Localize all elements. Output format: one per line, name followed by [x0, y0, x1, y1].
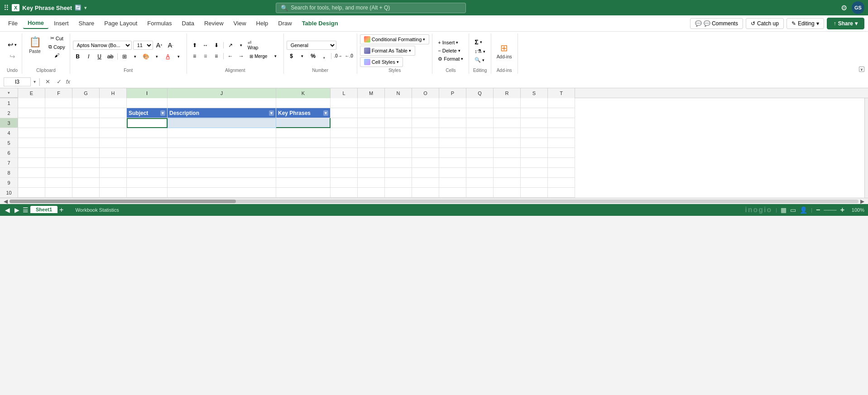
cell-g9[interactable]: [72, 178, 100, 188]
increase-indent-button[interactable]: →: [236, 51, 246, 61]
expand-ribbon-button[interactable]: ∨: [859, 67, 864, 72]
cell-h10[interactable]: [100, 188, 127, 198]
zoom-in-button[interactable]: +: [840, 206, 844, 214]
border-dropdown[interactable]: ▾: [130, 52, 140, 62]
horizontal-scrollbar[interactable]: ◀ ▶: [0, 198, 868, 204]
cell-r4[interactable]: [494, 128, 521, 138]
insert-button[interactable]: + Insert ▾: [435, 39, 461, 46]
cell-f10[interactable]: [45, 188, 72, 198]
cell-s7[interactable]: [521, 158, 548, 168]
cell-j9[interactable]: [168, 178, 276, 188]
scroll-left-button[interactable]: ◀: [2, 198, 10, 205]
search-box[interactable]: 🔍 Search for tools, help, and more (Alt …: [276, 3, 466, 13]
align-right-button[interactable]: ≡: [211, 51, 221, 61]
cell-t10[interactable]: [548, 188, 575, 198]
cell-t2[interactable]: [548, 108, 575, 118]
cell-o4[interactable]: [412, 128, 439, 138]
decrease-indent-button[interactable]: ←: [225, 51, 235, 61]
scrollbar-track[interactable]: [10, 200, 858, 203]
cell-k7[interactable]: [276, 158, 331, 168]
row-num-4[interactable]: 4: [0, 128, 18, 138]
cell-k10[interactable]: [276, 188, 331, 198]
cell-i10[interactable]: [127, 188, 168, 198]
cell-j2-description[interactable]: Description ▾: [168, 108, 276, 118]
cell-n6[interactable]: [385, 148, 412, 158]
cell-s8[interactable]: [521, 168, 548, 178]
cell-k8[interactable]: [276, 168, 331, 178]
cell-o7[interactable]: [412, 158, 439, 168]
cell-o1[interactable]: [412, 98, 439, 108]
cell-n7[interactable]: [385, 158, 412, 168]
cell-n3[interactable]: [385, 118, 412, 128]
cell-o10[interactable]: [412, 188, 439, 198]
font-name-select[interactable]: Aptos Narrow (Bo...: [73, 41, 132, 50]
sheet-tab-sheet1[interactable]: Sheet1: [30, 206, 58, 214]
row-num-3[interactable]: 3: [0, 118, 18, 128]
cell-h8[interactable]: [100, 168, 127, 178]
keyphrases-filter-arrow[interactable]: ▾: [323, 110, 328, 116]
row-num-5[interactable]: 5: [0, 138, 18, 148]
grid-container[interactable]: 1 2: [0, 98, 868, 198]
font-size-select[interactable]: 11: [133, 41, 153, 50]
cell-j8[interactable]: [168, 168, 276, 178]
col-header-q[interactable]: Q: [466, 88, 494, 98]
cell-f7[interactable]: [45, 158, 72, 168]
zoom-slider[interactable]: ────: [824, 208, 836, 213]
cell-r1[interactable]: [494, 98, 521, 108]
cell-q5[interactable]: [466, 138, 494, 148]
cell-l9[interactable]: [331, 178, 358, 188]
strikethrough-button[interactable]: ab: [106, 52, 115, 62]
cell-n4[interactable]: [385, 128, 412, 138]
orientation-button[interactable]: ↗: [225, 40, 235, 50]
cell-m2[interactable]: [358, 108, 385, 118]
cell-h7[interactable]: [100, 158, 127, 168]
cell-p10[interactable]: [439, 188, 466, 198]
subject-filter-arrow[interactable]: ▾: [160, 110, 165, 116]
cell-m1[interactable]: [358, 98, 385, 108]
menu-item-file[interactable]: File: [4, 18, 22, 29]
cell-p2[interactable]: [439, 108, 466, 118]
cell-l6[interactable]: [331, 148, 358, 158]
percent-button[interactable]: %: [308, 51, 318, 61]
cell-p1[interactable]: [439, 98, 466, 108]
cell-m5[interactable]: [358, 138, 385, 148]
cell-q1[interactable]: [466, 98, 494, 108]
addins-button[interactable]: ⊞ Add-ins: [494, 41, 515, 61]
cell-t8[interactable]: [548, 168, 575, 178]
cell-g1[interactable]: [72, 98, 100, 108]
cell-g3[interactable]: [72, 118, 100, 128]
cell-n8[interactable]: [385, 168, 412, 178]
col-header-p[interactable]: P: [439, 88, 466, 98]
paste-button[interactable]: 📋 Paste: [25, 34, 45, 56]
decrease-font-button[interactable]: A-: [166, 40, 176, 50]
cell-p4[interactable]: [439, 128, 466, 138]
cell-s4[interactable]: [521, 128, 548, 138]
sort-filter-button[interactable]: ↕⚗ ▾: [472, 48, 488, 55]
cell-i1[interactable]: [127, 98, 168, 108]
merge-center-button[interactable]: ⊞ Merge: [247, 51, 270, 61]
cell-l3[interactable]: [331, 118, 358, 128]
sum-button[interactable]: Σ ▾: [472, 38, 484, 47]
row-num-9[interactable]: 9: [0, 178, 18, 188]
merge-dropdown[interactable]: ▾: [271, 51, 281, 61]
cell-n2[interactable]: [385, 108, 412, 118]
comments-button[interactable]: 💬 💬 Comments: [690, 18, 743, 29]
row-num-2[interactable]: 2: [0, 108, 18, 118]
cell-h9[interactable]: [100, 178, 127, 188]
cell-m7[interactable]: [358, 158, 385, 168]
cell-n5[interactable]: [385, 138, 412, 148]
cell-s6[interactable]: [521, 148, 548, 158]
cell-k9[interactable]: [276, 178, 331, 188]
menu-item-formulas[interactable]: Formulas: [143, 18, 176, 29]
cell-s5[interactable]: [521, 138, 548, 148]
cell-o3[interactable]: [412, 118, 439, 128]
normal-view-button[interactable]: ▦: [781, 206, 786, 214]
collapse-expand-icon[interactable]: ▾: [34, 79, 36, 84]
cell-s9[interactable]: [521, 178, 548, 188]
number-format-select[interactable]: General: [287, 41, 336, 50]
cell-f1[interactable]: [45, 98, 72, 108]
conditional-formatting-button[interactable]: Conditional Formatting ▾: [360, 34, 430, 44]
format-as-table-button[interactable]: Format As Table ▾: [360, 46, 415, 56]
cell-p8[interactable]: [439, 168, 466, 178]
col-header-r[interactable]: R: [494, 88, 521, 98]
